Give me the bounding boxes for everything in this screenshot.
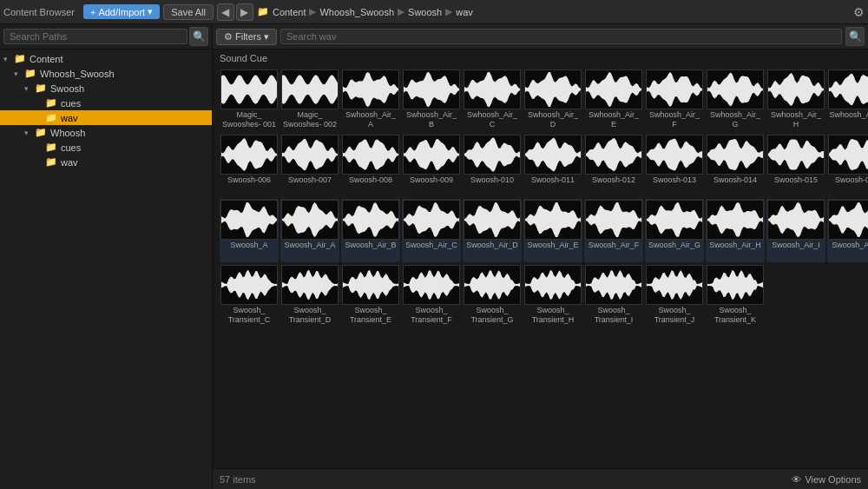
breadcrumb-content[interactable]: Content	[273, 7, 306, 17]
asset-label: Swhoosh_Air_ C	[464, 110, 521, 131]
asset-item[interactable]: Swhoosh_Air_ F	[645, 69, 704, 132]
asset-item[interactable]: Swhoosh_Air_ C	[463, 69, 522, 132]
tree-item-content[interactable]: ▾ 📁 Content	[0, 51, 212, 66]
asset-item[interactable]: Swoosh-015	[766, 134, 825, 197]
tree-item-swoosh-cues[interactable]: 📁 cues	[0, 96, 212, 110]
tree-item-whoosh-wav[interactable]: 📁 wav	[0, 155, 212, 169]
asset-item[interactable]: Swoosh-009	[402, 134, 461, 197]
asset-item[interactable]: Swoosh_ Transient_K	[706, 264, 765, 327]
filters-button[interactable]: ⚙ Filters ▾	[216, 29, 277, 45]
folder-icon: 📁	[45, 112, 57, 123]
save-all-button[interactable]: Save All	[163, 4, 214, 20]
asset-item[interactable]: Swoosh_Air_B	[341, 199, 400, 262]
filter-search-button[interactable]: 🔍	[845, 27, 865, 46]
nav-arrows: ◀ ▶	[217, 3, 253, 21]
asset-item[interactable]: Swoosh_Air_H	[706, 199, 765, 262]
tree-item-swoosh-wav[interactable]: 📁 wav	[0, 110, 212, 125]
asset-label: Swoosh_Air_C	[405, 241, 457, 261]
breadcrumb-whoosh-swoosh[interactable]: Whoosh_Swoosh	[319, 7, 394, 17]
asset-item[interactable]: Swhoosh_Air_ B	[402, 69, 461, 132]
view-options-button[interactable]: 👁 View Options	[792, 474, 861, 485]
asset-item[interactable]: Swoosh_ Transient_J	[645, 264, 704, 327]
asset-item[interactable]: Swoosh_Air_I	[766, 199, 825, 262]
asset-item[interactable]: Swoosh-013	[645, 134, 704, 197]
asset-item[interactable]: Swoosh-014	[706, 134, 765, 197]
asset-item[interactable]: Magic_ Swooshes- 001	[220, 69, 279, 132]
asset-item[interactable]: Swoosh_Air_J	[827, 199, 868, 262]
asset-item[interactable]: Swhoosh_Air_ E	[584, 69, 643, 132]
back-button[interactable]: ◀	[217, 3, 234, 21]
asset-item[interactable]: Swoosh_Air_C	[402, 199, 461, 262]
folder-icon: 📁	[35, 83, 47, 94]
asset-item[interactable]: Swhoosh_Air_ A	[341, 69, 400, 132]
asset-item[interactable]: Swoosh_ Transient_C	[220, 264, 279, 327]
asset-item[interactable]: Swoosh_Air_A	[280, 199, 339, 262]
asset-thumbnail	[707, 200, 764, 240]
asset-item[interactable]: Magic_ Swooshes- 002	[280, 69, 339, 132]
asset-label: Swoosh-007	[288, 175, 332, 196]
folder-icon: 📁	[45, 97, 57, 109]
asset-item[interactable]: Swoosh_Air_D	[463, 199, 522, 262]
asset-item[interactable]: Swoosh-007	[280, 134, 339, 197]
file-tree: ▾ 📁 Content ▾ 📁 Whoosh_Swoosh ▾ 📁 Swoosh…	[0, 50, 212, 489]
sidebar-search-button[interactable]: 🔍	[189, 27, 208, 46]
asset-item[interactable]: Swoosh-012	[584, 134, 643, 197]
asset-item[interactable]: Swoosh_ Transient_H	[523, 264, 582, 327]
sidebar: 🔍 ▾ 📁 Content ▾ 📁 Whoosh_Swoosh ▾ 📁 Swoo…	[0, 24, 213, 489]
asset-item[interactable]: Swoosh_ Transient_D	[280, 264, 339, 327]
asset-label: Swhoosh_Air_ D	[524, 110, 582, 131]
tree-item-whoosh-swoosh[interactable]: ▾ 📁 Whoosh_Swoosh	[0, 66, 212, 81]
asset-label: Swoosh_Air_B	[345, 241, 396, 261]
asset-thumbnail	[464, 135, 521, 175]
asset-item[interactable]: Swoosh-008	[341, 134, 400, 197]
asset-label: Swoosh_Air_G	[648, 241, 700, 261]
folder-icon: 📁	[14, 53, 26, 64]
asset-label: Swoosh_ Transient_D	[281, 306, 339, 327]
top-bar: Content Browser + Add/Import ▾ Save All …	[0, 0, 868, 24]
asset-thumbnail	[828, 135, 868, 175]
asset-label: Magic_ Swooshes- 002	[281, 110, 339, 131]
folder-icon: 📁	[45, 156, 57, 168]
search-paths-input[interactable]	[3, 29, 187, 44]
asset-grid: Magic_ Swooshes- 001 Magic_ Swooshes- 00…	[213, 65, 868, 468]
asset-label: Swoosh_Air_F	[589, 241, 640, 261]
tree-item-whoosh-cues[interactable]: 📁 cues	[0, 140, 212, 155]
asset-item[interactable]: Swhoosh_Air_ H	[766, 69, 825, 132]
search-wav-input[interactable]	[280, 29, 842, 44]
asset-item[interactable]: Swhoosh_Air_ G	[706, 69, 765, 132]
asset-item[interactable]: Swoosh-011	[523, 134, 582, 197]
asset-thumbnail	[220, 265, 278, 305]
sidebar-search-bar: 🔍	[0, 24, 212, 50]
asset-item[interactable]: Swhoosh_Air_ D	[523, 69, 582, 132]
asset-item[interactable]: Swoosh-016	[827, 134, 868, 197]
asset-label: Swoosh_Air_A	[284, 241, 335, 261]
asset-item[interactable]: Swoosh_Air_F	[584, 199, 643, 262]
asset-item[interactable]: Swoosh_A	[220, 199, 279, 262]
asset-item[interactable]: Swoosh_Air_E	[523, 199, 582, 262]
forward-button[interactable]: ▶	[236, 3, 253, 21]
tree-item-swoosh[interactable]: ▾ 📁 Swoosh	[0, 81, 212, 96]
asset-label: Swoosh-015	[774, 175, 818, 196]
dropdown-icon: ▾	[148, 6, 153, 17]
tree-item-whoosh[interactable]: ▾ 📁 Whoosh	[0, 125, 212, 140]
asset-item[interactable]: Swoosh_ Transient_F	[402, 264, 461, 327]
asset-item[interactable]: Swoosh_ Transient_I	[584, 264, 643, 327]
asset-item[interactable]: Swoosh_ Transient_E	[341, 264, 400, 327]
add-import-button[interactable]: + Add/Import ▾	[83, 4, 160, 19]
asset-thumbnail	[403, 69, 460, 109]
asset-item[interactable]: Swoosh-010	[463, 134, 522, 197]
asset-item[interactable]: Swoosh-006	[220, 134, 279, 197]
settings-button[interactable]: ⚙	[853, 5, 865, 19]
asset-label: Swoosh-016	[835, 175, 868, 196]
asset-item[interactable]: Swoosh_Air_G	[645, 199, 704, 262]
asset-label: Swhoosh_Air_ G	[707, 110, 764, 131]
content-area: ⚙ Filters ▾ 🔍 Sound Cue Magic_ Swooshes-…	[213, 24, 868, 489]
breadcrumb-wav[interactable]: wav	[456, 7, 473, 17]
asset-item[interactable]: Swhoosh_Air_ I	[827, 69, 868, 132]
bottom-bar: 57 items 👁 View Options	[213, 468, 868, 489]
asset-item[interactable]: Swoosh_ Transient_G	[463, 264, 522, 327]
breadcrumb-swoosh[interactable]: Swoosh	[408, 7, 442, 17]
asset-thumbnail	[281, 265, 339, 305]
asset-thumbnail	[220, 69, 278, 109]
asset-thumbnail	[403, 200, 460, 240]
